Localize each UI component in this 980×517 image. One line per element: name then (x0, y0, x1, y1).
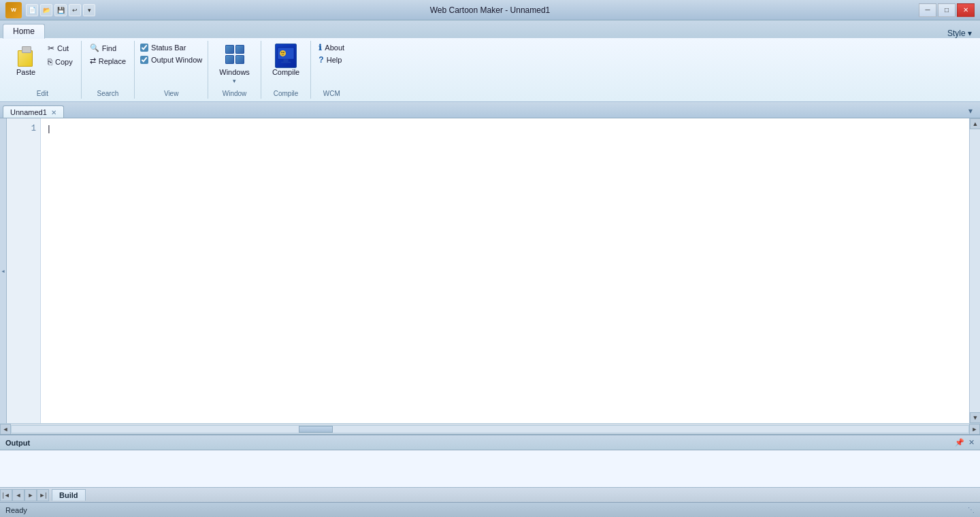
replace-icon: ⇄ (90, 56, 96, 65)
output-nav-last[interactable]: ►| (37, 489, 49, 501)
ribbon-group-window: Windows ▾ Window (208, 41, 261, 99)
maximize-button[interactable]: □ (938, 3, 956, 17)
dropdown-arrow-btn[interactable]: ▾ (83, 4, 95, 16)
svg-point-3 (281, 52, 282, 53)
ribbon-group-search: 🔍 Find ⇄ Replace Search (82, 41, 135, 99)
new-file-btn[interactable]: 📄 (26, 4, 38, 16)
undo-btn[interactable]: ↩ (69, 4, 81, 16)
paste-button[interactable]: Paste (10, 42, 42, 79)
scissors-icon: ✂ (48, 44, 54, 53)
ribbon-content: Paste ✂ Cut ⎘ Copy Edit (0, 38, 980, 101)
vertical-scrollbar[interactable]: ▲ ▼ (969, 118, 980, 423)
help-button[interactable]: ? Help (316, 54, 346, 65)
status-text: Ready (5, 506, 27, 514)
compile-label: Compile (272, 68, 299, 76)
editor-text-area[interactable] (41, 118, 969, 423)
output-window-toggle[interactable]: Output Window (140, 54, 202, 65)
window-title: Web Cartoon Maker - Unnamed1 (430, 5, 551, 15)
status-bar-checkbox[interactable] (140, 44, 148, 52)
horizontal-scrollbar[interactable]: ◄ ► (0, 423, 980, 434)
document-tab[interactable]: Unnamed1 ✕ (3, 105, 64, 118)
replace-label: Replace (99, 57, 126, 65)
output-tab-build[interactable]: Build (52, 489, 86, 501)
output-pin-btn[interactable]: 📌 (955, 438, 964, 447)
editor-container: 1 ▲ ▼ ◄ ► (0, 118, 980, 434)
info-icon: ℹ (318, 43, 322, 52)
svg-point-4 (283, 52, 284, 53)
svg-rect-6 (281, 62, 291, 63)
compile-group-label: Compile (274, 87, 299, 97)
windows-label: Windows (219, 68, 250, 76)
about-button[interactable]: ℹ About (316, 42, 346, 53)
minimize-button[interactable]: ─ (919, 3, 936, 17)
scroll-down-btn[interactable]: ▼ (970, 412, 980, 423)
left-panel-handle[interactable] (0, 118, 7, 423)
output-nav-first[interactable]: |◄ (0, 489, 12, 501)
cut-label: Cut (57, 44, 69, 52)
edit-group-label: Edit (37, 87, 48, 97)
document-tab-name: Unnamed1 (10, 108, 47, 116)
quick-access-toolbar: 📄 📂 💾 ↩ ▾ (26, 4, 95, 16)
compile-button[interactable]: Compile (267, 42, 305, 79)
status-bar: Ready ⋱ (0, 502, 980, 517)
copy-icon: ⎘ (48, 57, 52, 67)
close-button[interactable]: ✕ (957, 3, 975, 17)
scroll-left-btn[interactable]: ◄ (0, 424, 11, 435)
paste-label: Paste (16, 68, 35, 76)
svg-rect-5 (284, 59, 289, 62)
window-group-label: Window (223, 87, 247, 97)
output-close-btn[interactable]: ✕ (968, 438, 975, 447)
wcm-group-content: ℹ About ? Help (316, 42, 346, 87)
app-logo: W (5, 2, 22, 18)
status-bar-label: Status Bar (151, 44, 186, 52)
view-group-content: Status Bar Output Window (140, 42, 202, 87)
svg-point-2 (280, 50, 286, 56)
scroll-up-btn[interactable]: ▲ (970, 118, 980, 129)
editor-area: 1 ▲ ▼ (0, 118, 980, 423)
status-bar-toggle[interactable]: Status Bar (140, 42, 202, 53)
output-body (0, 450, 980, 487)
ribbon-group-view: Status Bar Output Window View (135, 41, 208, 99)
resize-grip[interactable]: ⋱ (968, 506, 975, 514)
ribbon-group-compile: Compile Compile (261, 41, 311, 99)
compile-group-content: Compile (267, 42, 305, 87)
save-file-btn[interactable]: 💾 (54, 4, 67, 16)
compile-icon (275, 45, 297, 67)
output-nav-prev[interactable]: ◄ (12, 489, 24, 501)
edit-group-content: Paste ✂ Cut ⎘ Copy (10, 42, 76, 87)
windows-button[interactable]: Windows ▾ (214, 42, 255, 87)
output-panel: Output 📌 ✕ |◄ ◄ ► ►| Build (0, 434, 980, 502)
output-window-label: Output Window (151, 56, 202, 64)
document-tab-bar: Unnamed1 ✕ ▾ (0, 102, 980, 118)
cut-button[interactable]: ✂ Cut (45, 42, 76, 54)
window-group-content: Windows ▾ (214, 42, 255, 87)
copy-button[interactable]: ⎘ Copy (45, 56, 76, 68)
document-tab-close[interactable]: ✕ (51, 109, 56, 116)
output-tab-bar: |◄ ◄ ► ►| Build (0, 487, 980, 502)
search-group-label: Search (97, 87, 119, 97)
ribbon: Home Style ▾ Paste ✂ Cut ⎘ (0, 20, 980, 102)
output-controls: 📌 ✕ (955, 438, 975, 447)
open-file-btn[interactable]: 📂 (40, 4, 52, 16)
cut-copy-col: ✂ Cut ⎘ Copy (45, 42, 76, 68)
title-bar-left: W 📄 📂 💾 ↩ ▾ (5, 2, 95, 18)
output-window-checkbox[interactable] (140, 56, 148, 64)
v-scroll-track[interactable] (970, 129, 980, 412)
tab-home[interactable]: Home (3, 24, 45, 39)
h-scroll-thumb[interactable] (299, 426, 333, 433)
document-tab-dropdown[interactable]: ▾ (964, 104, 977, 118)
ribbon-group-wcm: ℹ About ? Help WCM (311, 41, 352, 99)
find-button[interactable]: 🔍 Find (87, 42, 129, 54)
output-nav-next[interactable]: ► (24, 489, 37, 501)
find-icon: 🔍 (90, 44, 99, 52)
replace-button[interactable]: ⇄ Replace (87, 55, 129, 67)
ribbon-tab-bar: Home Style ▾ (0, 20, 980, 38)
view-group-label: View (164, 87, 179, 97)
windows-icon (224, 45, 246, 67)
wcm-btns-col: ℹ About ? Help (316, 42, 346, 65)
view-checkboxes-col: Status Bar Output Window (140, 42, 202, 65)
style-button[interactable]: Style ▾ (942, 29, 977, 38)
h-scroll-track[interactable] (11, 425, 969, 433)
window-controls: ─ □ ✕ (919, 3, 975, 17)
scroll-right-btn[interactable]: ► (969, 424, 980, 435)
